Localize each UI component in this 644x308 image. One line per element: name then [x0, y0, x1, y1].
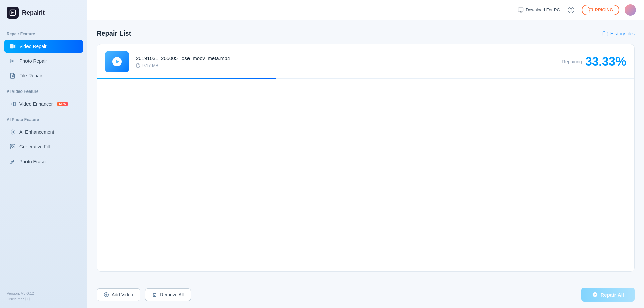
- sidebar-item-ai-enhancement[interactable]: AI Enhancement: [4, 125, 83, 139]
- download-label: Download For PC: [526, 7, 560, 12]
- generative-fill-icon: [9, 143, 16, 150]
- table-row: 20191031_205005_lose_moov_meta.mp4 9.17 …: [97, 44, 634, 79]
- bottom-left-buttons: Add Video Remove All: [97, 288, 191, 301]
- content-header: Repair List History files: [97, 29, 635, 37]
- logo-container: Repairit: [0, 0, 87, 25]
- ai-enhancement-icon: [9, 129, 16, 135]
- svg-point-16: [571, 11, 571, 12]
- svg-point-15: [568, 7, 574, 13]
- disclaimer-link[interactable]: Disclaimer i: [7, 297, 80, 301]
- sidebar-item-video-enhancer[interactable]: Video Enhancer NEW: [4, 97, 83, 111]
- svg-point-18: [592, 12, 592, 12]
- svg-rect-2: [10, 44, 14, 49]
- file-list-area: 20191031_205005_lose_moov_meta.mp4 9.17 …: [97, 44, 635, 272]
- video-enhancer-icon: [9, 101, 16, 107]
- svg-point-10: [12, 131, 13, 133]
- ai-photo-section-label: AI Photo Feature: [0, 111, 87, 125]
- new-badge: NEW: [57, 102, 68, 106]
- add-video-label: Add Video: [112, 292, 133, 297]
- progress-bar-container: [97, 78, 634, 79]
- remove-all-button[interactable]: Remove All: [145, 288, 191, 301]
- sidebar-item-label-video-enhancer: Video Enhancer: [19, 101, 53, 107]
- info-icon: i: [25, 297, 30, 301]
- app-name: Repairit: [22, 9, 45, 16]
- svg-point-12: [11, 145, 13, 147]
- bottom-bar: Add Video Remove All Repair All: [87, 281, 644, 308]
- play-icon: [112, 57, 122, 66]
- file-thumbnail: [105, 51, 129, 72]
- sidebar-item-label-photo-repair: Photo Repair: [19, 58, 47, 64]
- sidebar-item-label-file-repair: File Repair: [19, 73, 42, 78]
- user-avatar[interactable]: [625, 4, 636, 16]
- headset-icon: [567, 6, 575, 14]
- sidebar-item-generative-fill[interactable]: Generative Fill: [4, 140, 83, 153]
- file-info: 20191031_205005_lose_moov_meta.mp4 9.17 …: [136, 55, 562, 68]
- history-files-label: History files: [610, 31, 635, 36]
- version-label: Version: V3.0.12: [7, 291, 80, 295]
- pricing-button[interactable]: PRICING: [582, 5, 619, 15]
- photo-repair-icon: [9, 58, 16, 64]
- repairing-label: Repairing: [562, 59, 582, 64]
- history-files-button[interactable]: History files: [602, 30, 635, 37]
- top-header: Download For PC PRICING: [87, 0, 644, 20]
- repair-list-title: Repair List: [97, 29, 131, 37]
- pricing-label: PRICING: [595, 7, 613, 12]
- video-repair-icon: [9, 43, 16, 50]
- svg-rect-23: [153, 294, 156, 297]
- remove-icon: [152, 292, 157, 297]
- sidebar-footer: Version: V3.0.12 Disclaimer i: [0, 291, 87, 301]
- sidebar-item-label-generative-fill: Generative Fill: [19, 144, 50, 149]
- sidebar-item-file-repair[interactable]: File Repair: [4, 69, 83, 82]
- remove-all-label: Remove All: [160, 292, 184, 297]
- sidebar: Repairit Repair Feature Video Repair Pho…: [0, 0, 87, 308]
- file-repair-icon: [9, 72, 16, 79]
- sidebar-item-photo-eraser[interactable]: Photo Eraser: [4, 155, 83, 168]
- sidebar-item-photo-repair[interactable]: Photo Repair: [4, 54, 83, 68]
- app-logo-icon: [7, 7, 19, 19]
- repair-all-icon: [592, 292, 598, 298]
- sidebar-item-label-photo-eraser: Photo Eraser: [19, 159, 47, 164]
- file-size: 9.17 MB: [136, 63, 562, 68]
- sidebar-item-label-ai-enhancement: AI Enhancement: [19, 129, 54, 135]
- repair-feature-section-label: Repair Feature: [0, 25, 87, 39]
- svg-point-17: [589, 12, 590, 12]
- file-size-icon: [136, 63, 141, 68]
- repair-percent: 33.33%: [585, 55, 626, 69]
- repair-all-label: Repair All: [601, 292, 624, 298]
- download-for-pc-button[interactable]: Download For PC: [518, 7, 560, 13]
- cart-icon: [588, 7, 593, 13]
- help-button[interactable]: [566, 5, 576, 15]
- folder-icon: [602, 30, 608, 37]
- file-status: Repairing 33.33%: [562, 55, 626, 69]
- svg-rect-3: [10, 59, 15, 63]
- file-name: 20191031_205005_lose_moov_meta.mp4: [136, 55, 562, 61]
- ai-video-section-label: AI Video Feature: [0, 83, 87, 97]
- progress-bar-fill: [97, 78, 276, 79]
- sidebar-item-video-repair[interactable]: Video Repair: [4, 40, 83, 53]
- add-icon: [104, 292, 109, 297]
- monitor-icon: [518, 7, 524, 13]
- svg-rect-14: [518, 8, 523, 11]
- photo-eraser-icon: [9, 158, 16, 165]
- svg-point-13: [12, 161, 13, 162]
- sidebar-item-label-video-repair: Video Repair: [19, 44, 47, 49]
- repair-all-button[interactable]: Repair All: [581, 288, 635, 302]
- main-content: Download For PC PRICING Repair List: [87, 0, 644, 308]
- content-area: Repair List History files 20191031_20500…: [87, 20, 644, 281]
- add-video-button[interactable]: Add Video: [97, 288, 140, 301]
